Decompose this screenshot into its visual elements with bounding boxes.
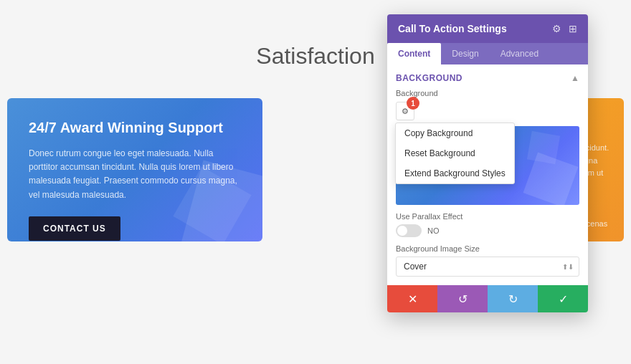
bg-controls: ⚙ 1 Copy Background Reset Background Ext… [396,102,579,120]
save-button[interactable]: ✓ [538,285,588,312]
panel-title: Call To Action Settings [398,23,507,34]
card-blue-title: 24/7 Award Winning Support [29,120,241,136]
image-size-label: Background Image Size [396,244,579,253]
contact-us-button[interactable]: CONTACT US [29,216,120,241]
section-header: Background ▲ [396,73,579,83]
action-bar: ✕ ↺ ↻ ✓ [387,285,588,312]
undo-button[interactable]: ↺ [437,285,488,312]
copy-background-item[interactable]: Copy Background [396,123,514,143]
reset-background-item[interactable]: Reset Background [396,143,514,163]
card-blue-text: Donec rutrum congue leo eget malesuada. … [29,147,241,202]
extend-background-item[interactable]: Extend Background Styles [396,163,514,183]
tab-design[interactable]: Design [441,43,489,64]
layout-icon[interactable]: ⊞ [569,23,577,34]
panel-header-icons: ⚙ ⊞ [552,23,577,34]
image-size-wrapper: Cover Contain Auto ⬆⬇ [396,257,579,277]
cancel-button[interactable]: ✕ [387,285,437,312]
redo-button[interactable]: ↻ [488,285,538,312]
chevron-up-icon[interactable]: ▲ [571,73,579,83]
settings-icon[interactable]: ⚙ [552,23,561,34]
parallax-label: Use Parallax Effect [396,212,579,221]
badge: 1 [407,97,419,110]
page-title: Satisfaction [256,43,374,70]
settings-panel: Call To Action Settings ⚙ ⊞ Content Desi… [387,14,588,312]
gear-small-icon: ⚙ [402,107,409,116]
toggle-label: NO [427,226,440,235]
image-size-select[interactable]: Cover Contain Auto [396,257,579,277]
background-label: Background [396,89,579,97]
tab-content[interactable]: Content [387,43,441,64]
tab-advanced[interactable]: Advanced [490,43,549,64]
dropdown-menu: Copy Background Reset Background Extend … [395,123,515,184]
parallax-toggle[interactable] [396,224,422,237]
panel-tabs: Content Design Advanced [387,43,588,64]
panel-header: Call To Action Settings ⚙ ⊞ [387,14,588,43]
section-title: Background [396,73,462,83]
panel-body: Background ▲ Background ⚙ 1 Copy Backgro… [387,64,588,285]
parallax-toggle-row: NO [396,224,579,237]
bg-settings-button[interactable]: ⚙ 1 Copy Background Reset Background Ext… [396,102,414,120]
card-blue: 24/7 Award Winning Support Donec rutrum … [7,98,262,241]
